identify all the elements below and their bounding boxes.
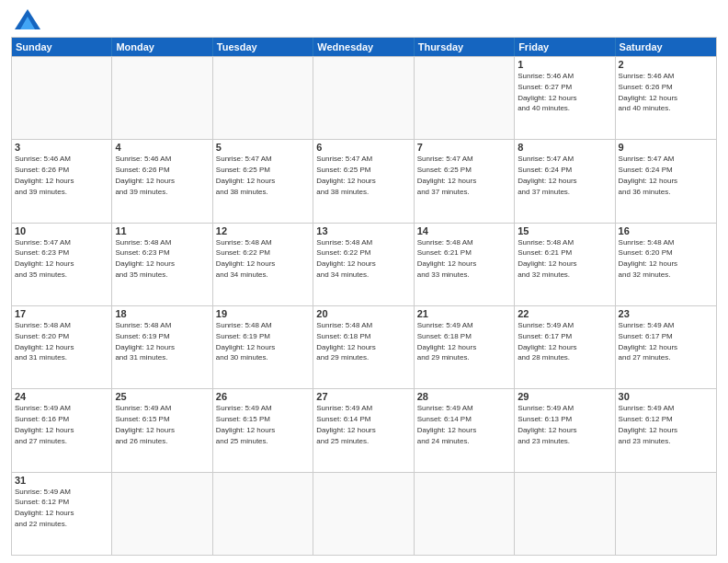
calendar-row-1: 3Sunrise: 5:46 AM Sunset: 6:26 PM Daylig… [12, 139, 716, 222]
sun-info: Sunrise: 5:48 AM Sunset: 6:18 PM Dayligh… [316, 321, 375, 362]
header [11, 9, 717, 29]
day-number: 13 [316, 225, 410, 236]
table-row [313, 57, 414, 139]
day-number: 30 [619, 391, 713, 402]
day-number: 24 [15, 391, 108, 402]
table-row: 31Sunrise: 5:49 AM Sunset: 6:12 PM Dayli… [12, 473, 112, 555]
day-number: 16 [619, 225, 713, 236]
logo-area [11, 9, 42, 29]
table-row: 27Sunrise: 5:49 AM Sunset: 6:14 PM Dayli… [313, 389, 414, 471]
calendar-row-4: 24Sunrise: 5:49 AM Sunset: 6:16 PM Dayli… [12, 388, 716, 471]
day-number: 2 [619, 59, 713, 70]
table-row: 21Sunrise: 5:49 AM Sunset: 6:18 PM Dayli… [415, 306, 515, 388]
day-number: 8 [518, 142, 611, 153]
day-number: 19 [216, 308, 310, 319]
sun-info: Sunrise: 5:47 AM Sunset: 6:24 PM Dayligh… [518, 155, 576, 195]
table-row [213, 57, 313, 139]
table-row: 24Sunrise: 5:49 AM Sunset: 6:16 PM Dayli… [12, 389, 112, 471]
sun-info: Sunrise: 5:49 AM Sunset: 6:17 PM Dayligh… [619, 321, 677, 362]
table-row: 30Sunrise: 5:49 AM Sunset: 6:12 PM Dayli… [616, 389, 716, 471]
day-number: 21 [417, 308, 511, 319]
sun-info: Sunrise: 5:48 AM Sunset: 6:23 PM Dayligh… [115, 238, 174, 279]
sun-info: Sunrise: 5:46 AM Sunset: 6:26 PM Dayligh… [15, 155, 74, 195]
header-sunday: Sunday [12, 38, 112, 56]
sun-info: Sunrise: 5:47 AM Sunset: 6:23 PM Dayligh… [15, 238, 74, 279]
sun-info: Sunrise: 5:49 AM Sunset: 6:14 PM Dayligh… [316, 404, 375, 444]
table-row: 14Sunrise: 5:48 AM Sunset: 6:21 PM Dayli… [415, 224, 515, 305]
day-number: 26 [216, 391, 310, 402]
day-number: 27 [316, 391, 410, 402]
header-saturday: Saturday [616, 38, 716, 56]
sun-info: Sunrise: 5:48 AM Sunset: 6:19 PM Dayligh… [216, 321, 275, 362]
sun-info: Sunrise: 5:49 AM Sunset: 6:15 PM Dayligh… [115, 404, 174, 444]
sun-info: Sunrise: 5:49 AM Sunset: 6:14 PM Dayligh… [417, 404, 476, 444]
sun-info: Sunrise: 5:49 AM Sunset: 6:18 PM Dayligh… [417, 321, 476, 362]
sun-info: Sunrise: 5:48 AM Sunset: 6:21 PM Dayligh… [518, 238, 576, 279]
sun-info: Sunrise: 5:49 AM Sunset: 6:12 PM Dayligh… [619, 404, 677, 444]
sun-info: Sunrise: 5:46 AM Sunset: 6:27 PM Dayligh… [518, 72, 576, 112]
table-row: 13Sunrise: 5:48 AM Sunset: 6:22 PM Dayli… [313, 224, 414, 305]
table-row: 12Sunrise: 5:48 AM Sunset: 6:22 PM Dayli… [213, 224, 313, 305]
sun-info: Sunrise: 5:47 AM Sunset: 6:25 PM Dayligh… [316, 155, 375, 195]
table-row: 15Sunrise: 5:48 AM Sunset: 6:21 PM Dayli… [515, 224, 615, 305]
table-row [616, 473, 716, 555]
header-wednesday: Wednesday [313, 38, 414, 56]
table-row [313, 473, 414, 555]
table-row: 4Sunrise: 5:46 AM Sunset: 6:26 PM Daylig… [112, 140, 212, 222]
header-thursday: Thursday [415, 38, 515, 56]
sun-info: Sunrise: 5:46 AM Sunset: 6:26 PM Dayligh… [619, 72, 677, 112]
day-number: 1 [518, 59, 611, 70]
day-number: 11 [115, 225, 209, 236]
table-row: 5Sunrise: 5:47 AM Sunset: 6:25 PM Daylig… [213, 140, 313, 222]
table-row: 28Sunrise: 5:49 AM Sunset: 6:14 PM Dayli… [415, 389, 515, 471]
table-row: 20Sunrise: 5:48 AM Sunset: 6:18 PM Dayli… [313, 306, 414, 388]
day-number: 12 [216, 225, 310, 236]
calendar-row-0: 1Sunrise: 5:46 AM Sunset: 6:27 PM Daylig… [12, 56, 716, 139]
table-row: 2Sunrise: 5:46 AM Sunset: 6:26 PM Daylig… [616, 57, 716, 139]
table-row [415, 473, 515, 555]
table-row: 25Sunrise: 5:49 AM Sunset: 6:15 PM Dayli… [112, 389, 212, 471]
day-number: 22 [518, 308, 611, 319]
table-row [213, 473, 313, 555]
day-number: 5 [216, 142, 310, 153]
sun-info: Sunrise: 5:47 AM Sunset: 6:25 PM Dayligh… [216, 155, 275, 195]
sun-info: Sunrise: 5:47 AM Sunset: 6:24 PM Dayligh… [619, 155, 677, 195]
day-number: 4 [115, 142, 209, 153]
header-friday: Friday [515, 38, 615, 56]
day-number: 6 [316, 142, 410, 153]
logo-icon [15, 9, 40, 29]
table-row: 7Sunrise: 5:47 AM Sunset: 6:25 PM Daylig… [415, 140, 515, 222]
table-row: 10Sunrise: 5:47 AM Sunset: 6:23 PM Dayli… [12, 224, 112, 305]
sun-info: Sunrise: 5:48 AM Sunset: 6:19 PM Dayligh… [115, 321, 174, 362]
calendar-body: 1Sunrise: 5:46 AM Sunset: 6:27 PM Daylig… [12, 56, 716, 555]
day-number: 14 [417, 225, 511, 236]
calendar-row-3: 17Sunrise: 5:48 AM Sunset: 6:20 PM Dayli… [12, 305, 716, 388]
day-number: 15 [518, 225, 611, 236]
day-number: 17 [15, 308, 108, 319]
sun-info: Sunrise: 5:49 AM Sunset: 6:15 PM Dayligh… [216, 404, 275, 444]
table-row: 11Sunrise: 5:48 AM Sunset: 6:23 PM Dayli… [112, 224, 212, 305]
day-number: 25 [115, 391, 209, 402]
header-tuesday: Tuesday [213, 38, 313, 56]
sun-info: Sunrise: 5:49 AM Sunset: 6:16 PM Dayligh… [15, 404, 74, 444]
day-number: 3 [15, 142, 108, 153]
table-row [112, 57, 212, 139]
page: Sunday Monday Tuesday Wednesday Thursday… [0, 0, 728, 563]
table-row: 18Sunrise: 5:48 AM Sunset: 6:19 PM Dayli… [112, 306, 212, 388]
table-row: 1Sunrise: 5:46 AM Sunset: 6:27 PM Daylig… [515, 57, 615, 139]
calendar-header: Sunday Monday Tuesday Wednesday Thursday… [12, 38, 716, 56]
day-number: 28 [417, 391, 511, 402]
sun-info: Sunrise: 5:49 AM Sunset: 6:17 PM Dayligh… [518, 321, 576, 362]
table-row: 17Sunrise: 5:48 AM Sunset: 6:20 PM Dayli… [12, 306, 112, 388]
table-row: 22Sunrise: 5:49 AM Sunset: 6:17 PM Dayli… [515, 306, 615, 388]
table-row [12, 57, 112, 139]
table-row: 3Sunrise: 5:46 AM Sunset: 6:26 PM Daylig… [12, 140, 112, 222]
table-row: 26Sunrise: 5:49 AM Sunset: 6:15 PM Dayli… [213, 389, 313, 471]
table-row [415, 57, 515, 139]
sun-info: Sunrise: 5:49 AM Sunset: 6:12 PM Dayligh… [15, 488, 74, 528]
sun-info: Sunrise: 5:49 AM Sunset: 6:13 PM Dayligh… [518, 404, 576, 444]
day-number: 23 [619, 308, 713, 319]
sun-info: Sunrise: 5:48 AM Sunset: 6:20 PM Dayligh… [15, 321, 74, 362]
table-row: 6Sunrise: 5:47 AM Sunset: 6:25 PM Daylig… [313, 140, 414, 222]
table-row: 9Sunrise: 5:47 AM Sunset: 6:24 PM Daylig… [616, 140, 716, 222]
